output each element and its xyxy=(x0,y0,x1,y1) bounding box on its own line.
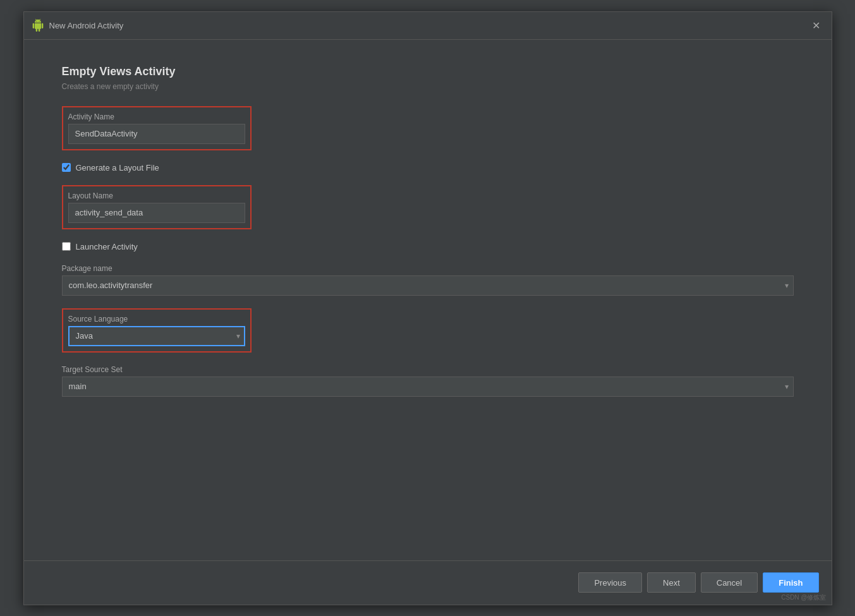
section-title: Empty Views Activity xyxy=(62,65,794,78)
generate-layout-row: Generate a Layout File xyxy=(62,163,794,172)
source-language-group: Source Language Java Kotlin ▾ xyxy=(62,308,794,353)
android-logo-icon xyxy=(32,19,44,32)
activity-name-input[interactable] xyxy=(68,124,245,144)
finish-button[interactable]: Finish xyxy=(763,572,818,593)
package-name-label: Package name xyxy=(62,264,794,273)
next-button[interactable]: Next xyxy=(647,572,696,593)
close-button[interactable]: ✕ xyxy=(809,18,824,33)
dialog-title: New Android Activity xyxy=(49,21,809,30)
target-source-set-select[interactable]: main test xyxy=(62,377,794,397)
layout-name-label: Layout Name xyxy=(68,191,245,200)
target-source-set-dropdown-wrapper: main test ▾ xyxy=(62,377,794,397)
watermark-text: CSDN @修炼室 xyxy=(781,593,826,602)
previous-button[interactable]: Previous xyxy=(578,572,642,593)
layout-name-input[interactable] xyxy=(68,203,245,223)
cancel-button[interactable]: Cancel xyxy=(701,572,758,593)
activity-name-group: Activity Name xyxy=(62,106,252,150)
source-language-dropdown-wrapper: Java Kotlin ▾ xyxy=(68,326,245,346)
dialog-footer: Previous Next Cancel Finish xyxy=(24,560,832,605)
title-bar: New Android Activity ✕ xyxy=(24,12,832,40)
target-source-set-label: Target Source Set xyxy=(62,365,794,374)
generate-layout-label: Generate a Layout File xyxy=(76,163,159,172)
source-language-label: Source Language xyxy=(68,315,245,323)
package-name-dropdown-wrapper: com.leo.activitytransfer ▾ xyxy=(62,275,794,296)
layout-name-group: Layout Name xyxy=(62,185,252,229)
form-content: Empty Views Activity Creates a new empty… xyxy=(24,40,832,560)
launcher-activity-row: Launcher Activity xyxy=(62,242,794,251)
new-android-activity-dialog: New Android Activity ✕ Empty Views Activ… xyxy=(23,11,832,605)
generate-layout-checkbox[interactable] xyxy=(62,163,71,172)
launcher-activity-checkbox[interactable] xyxy=(62,242,71,251)
activity-name-label: Activity Name xyxy=(68,112,245,121)
target-source-set-group: Target Source Set main test ▾ xyxy=(62,365,794,397)
package-name-group: Package name com.leo.activitytransfer ▾ xyxy=(62,264,794,296)
section-subtitle: Creates a new empty activity xyxy=(62,82,794,91)
launcher-activity-label: Launcher Activity xyxy=(76,242,138,251)
source-language-select[interactable]: Java Kotlin xyxy=(68,326,245,346)
package-name-select[interactable]: com.leo.activitytransfer xyxy=(62,275,794,296)
